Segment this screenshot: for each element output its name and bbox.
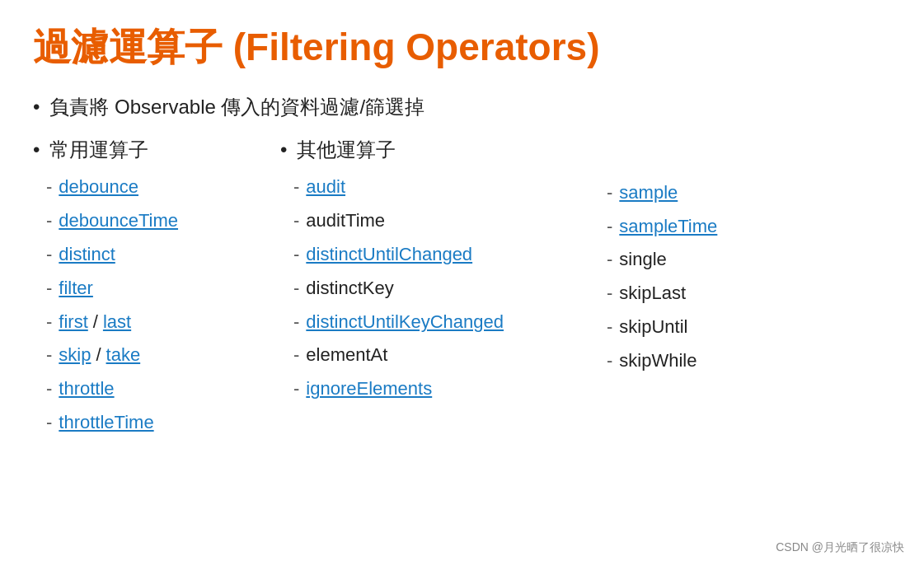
- link-last[interactable]: last: [103, 310, 131, 335]
- text-skipuntil: skipUntil: [619, 315, 687, 340]
- list-item-debouncetime: - debounceTime: [33, 208, 280, 234]
- list-item-throttletime: - throttleTime: [33, 410, 280, 436]
- dash-19: -: [607, 281, 612, 306]
- dash-12: -: [293, 276, 299, 301]
- separator-2: /: [96, 343, 101, 368]
- link-sampletime[interactable]: sampleTime: [619, 214, 717, 240]
- dash-7: -: [46, 376, 52, 402]
- dash-10: -: [293, 208, 299, 234]
- watermark: CSDN @月光晒了很凉快: [776, 540, 904, 555]
- dash-9: -: [293, 175, 299, 200]
- list-item-skipwhile: - skipWhile: [593, 348, 808, 374]
- list-item-debounce: - debounce: [33, 175, 280, 200]
- list-item-elementat: - elementAt: [280, 343, 593, 368]
- link-first[interactable]: first: [59, 310, 87, 335]
- dash-3: -: [46, 242, 52, 268]
- page-title: 過濾運算子 (Filtering Operators): [33, 25, 891, 70]
- link-audit[interactable]: audit: [306, 175, 345, 200]
- list-item-skipuntil: - skipUntil: [593, 315, 808, 340]
- bullet-dot-2: •: [33, 136, 40, 164]
- list-item-skip-take: - skip / take: [33, 343, 280, 368]
- intro-bullet: • 負責將 Observable 傳入的資料過濾/篩選掉: [33, 93, 891, 121]
- list-item-sampletime: - sampleTime: [593, 214, 808, 240]
- text-skipwhile: skipWhile: [619, 348, 697, 374]
- list-item-distinctuntilkeychanged: - distinctUntilKeyChanged: [280, 310, 593, 335]
- dash-18: -: [607, 247, 612, 273]
- dash-15: -: [293, 376, 299, 402]
- link-ignoreelements[interactable]: ignoreElements: [306, 376, 432, 402]
- list-item-ignoreelements: - ignoreElements: [280, 376, 593, 402]
- dash-8: -: [46, 410, 52, 436]
- text-elementat: elementAt: [306, 343, 387, 368]
- text-single: single: [619, 247, 666, 273]
- dash-5: -: [46, 310, 52, 335]
- link-distinctuntilkeychanged[interactable]: distinctUntilKeyChanged: [306, 310, 504, 335]
- column2-header-text: 其他運算子: [297, 137, 396, 163]
- list-item-distinctuntilchanged: - distinctUntilChanged: [280, 242, 593, 268]
- dash-6: -: [46, 343, 52, 368]
- dash-11: -: [293, 242, 299, 268]
- dash-13: -: [293, 310, 299, 335]
- link-debounce[interactable]: debounce: [59, 175, 138, 200]
- link-take[interactable]: take: [106, 343, 141, 368]
- bullet-dot-3: •: [280, 136, 287, 164]
- column2-header: • 其他運算子: [280, 136, 593, 164]
- list-item-distinctkey: - distinctKey: [280, 276, 593, 301]
- link-throttletime[interactable]: throttleTime: [59, 410, 153, 436]
- intro-text: 負責將 Observable 傳入的資料過濾/篩選掉: [49, 93, 424, 121]
- dash-14: -: [293, 343, 299, 368]
- list-item-audittime: - auditTime: [280, 208, 593, 234]
- link-throttle[interactable]: throttle: [59, 376, 114, 402]
- text-distinctkey: distinctKey: [306, 276, 393, 301]
- link-skip[interactable]: skip: [59, 343, 91, 368]
- column-common: • 常用運算子 - debounce - debounceTime - dist…: [33, 136, 280, 444]
- link-distinctuntilchanged[interactable]: distinctUntilChanged: [306, 242, 472, 268]
- column-extra: - sample - sampleTime - single - skipLas…: [593, 136, 808, 382]
- list-item-throttle: - throttle: [33, 376, 280, 402]
- text-skiplast: skipLast: [619, 281, 686, 306]
- dash-1: -: [46, 175, 52, 200]
- dash-20: -: [607, 315, 612, 340]
- link-distinct[interactable]: distinct: [59, 242, 115, 268]
- list-item-filter: - filter: [33, 276, 280, 301]
- list-item-skiplast: - skipLast: [593, 281, 808, 306]
- dash-2: -: [46, 208, 52, 234]
- dash-21: -: [607, 348, 612, 374]
- text-audittime: auditTime: [306, 208, 385, 234]
- dash-16: -: [607, 180, 612, 206]
- list-item-first-last: - first / last: [33, 310, 280, 335]
- bullet-dot-1: •: [33, 93, 40, 121]
- link-filter[interactable]: filter: [59, 276, 93, 301]
- link-sample[interactable]: sample: [619, 180, 678, 206]
- list-item-sample: - sample: [593, 180, 808, 206]
- dash-4: -: [46, 276, 52, 301]
- columns-container: • 常用運算子 - debounce - debounceTime - dist…: [33, 136, 891, 444]
- separator-1: /: [93, 310, 98, 335]
- list-item-single: - single: [593, 247, 808, 273]
- list-item-audit: - audit: [280, 175, 593, 200]
- column1-header: • 常用運算子: [33, 136, 280, 164]
- dash-17: -: [607, 214, 612, 240]
- link-debouncetime[interactable]: debounceTime: [59, 208, 178, 234]
- column-other: • 其他運算子 - audit - auditTime - distinctUn…: [280, 136, 593, 410]
- column1-header-text: 常用運算子: [49, 137, 148, 163]
- list-item-distinct: - distinct: [33, 242, 280, 268]
